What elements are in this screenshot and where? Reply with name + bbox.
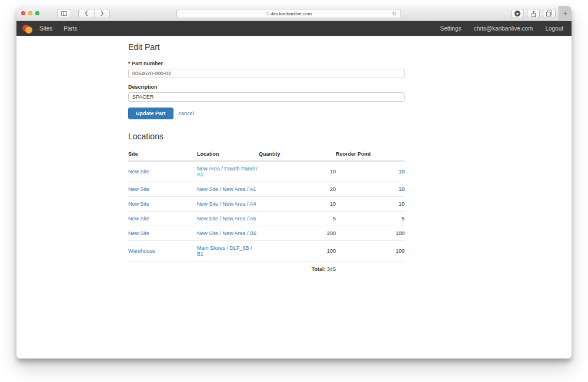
total-label: Total: [312, 266, 326, 272]
sidebar-icon [61, 11, 67, 16]
column-header-reorder-point: Reorder Point [336, 148, 405, 161]
quantity-cell: 20 [259, 182, 336, 197]
column-header-quantity: Quantity [259, 148, 336, 161]
zoom-window-button[interactable] [35, 11, 39, 15]
lock-icon: ⚿ [266, 12, 269, 16]
location-link[interactable]: New Area / Fourth Panel / A1 [197, 166, 258, 177]
total-cell: Total: 345 [259, 262, 336, 277]
forward-button[interactable]: ❯ [94, 9, 109, 18]
download-icon: ▼ [514, 11, 520, 16]
location-link[interactable]: New Site / New Area / A5 [197, 216, 256, 222]
reload-icon[interactable]: ↻ [392, 11, 397, 17]
site-link[interactable]: New Site [128, 216, 149, 222]
table-row: Warehouse Main Stores / DLF_6B / B1 100 … [128, 241, 405, 262]
column-header-site: Site [128, 148, 197, 161]
share-icon [531, 11, 536, 17]
location-link[interactable]: Main Stores / DLF_6B / B1 [197, 245, 252, 257]
table-row: New Site New Site / New Area / B6 200 10… [128, 226, 405, 241]
table-row: New Site New Site / New Area / A4 10 10 [128, 197, 405, 212]
minimize-window-button[interactable] [28, 11, 32, 15]
close-window-button[interactable] [21, 11, 25, 15]
page-content: Edit Part * Part number Description Upda… [16, 36, 572, 276]
app-navbar: Sites Parts Settings chris@kanbanlive.co… [16, 21, 572, 36]
quantity-cell: 100 [259, 241, 336, 262]
reorder-point-cell: 10 [336, 161, 405, 182]
window-controls [21, 11, 39, 15]
site-link[interactable]: New Site [128, 201, 149, 207]
site-link[interactable]: New Site [128, 169, 149, 175]
locations-title: Locations [128, 132, 405, 141]
table-row: New Site New Area / Fourth Panel / A1 10… [128, 161, 405, 182]
description-label: Description [128, 84, 405, 90]
browser-toolbar: ❮ ❯ ⚿ dev.kanbanlive.com ↻ ▼ [16, 6, 572, 21]
location-link[interactable]: New Site / New Area / A4 [197, 201, 256, 207]
reorder-point-cell: 100 [336, 226, 405, 241]
new-tab-button[interactable]: + [559, 6, 572, 21]
location-link[interactable]: New Site / New Area / B6 [197, 230, 256, 236]
reorder-point-cell: 10 [336, 182, 405, 197]
total-row: Total: 345 [128, 262, 405, 277]
update-part-button[interactable]: Update Part [128, 108, 173, 119]
reorder-point-cell: 10 [336, 197, 405, 212]
site-link[interactable]: New Site [128, 230, 149, 236]
nav-link-sites[interactable]: Sites [39, 25, 52, 32]
quantity-cell: 10 [259, 197, 336, 212]
app-logo-icon[interactable] [22, 24, 33, 33]
url-text: dev.kanbanlive.com [270, 11, 312, 16]
reorder-point-cell: 100 [336, 241, 405, 262]
table-header-row: Site Location Quantity Reorder Point [128, 148, 405, 161]
navbar-right: Settings chris@kanbanlive.com Logout [440, 25, 563, 32]
site-link[interactable]: New Site [128, 186, 149, 192]
nav-link-settings[interactable]: Settings [440, 25, 462, 32]
total-value: 345 [327, 266, 336, 272]
history-nav: ❮ ❯ [78, 9, 110, 18]
toolbar-right: ▼ + [511, 6, 572, 21]
address-bar[interactable]: ⚿ dev.kanbanlive.com ↻ [176, 9, 401, 18]
tab-overview-button[interactable] [543, 9, 556, 18]
site-link[interactable]: Warehouse [128, 248, 155, 254]
table-row: New Site New Site / New Area / A5 5 5 [128, 212, 405, 226]
cancel-link[interactable]: cancel [179, 110, 194, 116]
browser-window: ❮ ❯ ⚿ dev.kanbanlive.com ↻ ▼ [16, 6, 572, 358]
column-header-location: Location [197, 148, 259, 161]
quantity-cell: 200 [259, 226, 336, 241]
table-row: New Site New Site / New Area / A1 20 10 [128, 182, 405, 197]
part-number-label: * Part number [128, 61, 405, 66]
page-title: Edit Part [128, 42, 405, 52]
nav-link-logout[interactable]: Logout [545, 25, 563, 32]
reorder-point-cell: 5 [336, 212, 405, 226]
quantity-cell: 10 [259, 161, 336, 182]
quantity-cell: 5 [259, 212, 336, 226]
nav-link-account[interactable]: chris@kanbanlive.com [474, 25, 533, 32]
tabs-icon [546, 11, 552, 16]
description-input[interactable] [128, 92, 405, 102]
sidebar-toggle-button[interactable] [57, 9, 71, 18]
share-button[interactable] [527, 9, 540, 18]
location-link[interactable]: New Site / New Area / A1 [197, 186, 256, 192]
part-number-input[interactable] [128, 69, 405, 78]
locations-table: Site Location Quantity Reorder Point New… [128, 148, 405, 276]
nav-link-parts[interactable]: Parts [64, 25, 77, 32]
back-button[interactable]: ❮ [79, 9, 94, 18]
downloads-button[interactable]: ▼ [511, 9, 524, 18]
